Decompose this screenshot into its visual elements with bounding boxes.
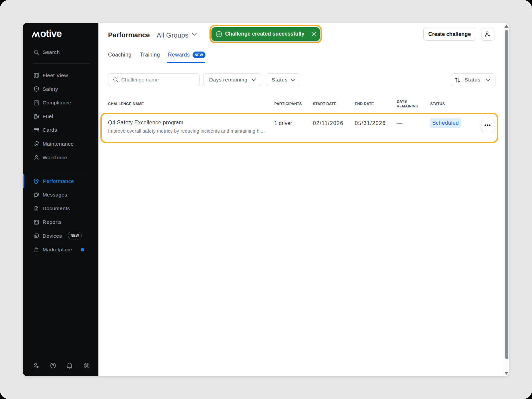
svg-text:otive: otive bbox=[40, 29, 62, 39]
